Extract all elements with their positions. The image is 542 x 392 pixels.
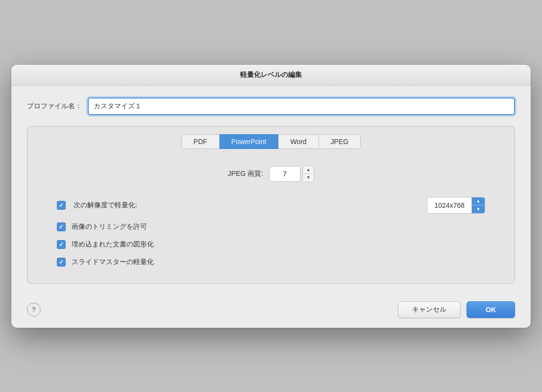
- resolution-decrement[interactable]: ▼: [472, 205, 485, 213]
- trim-checkbox[interactable]: ✓: [57, 222, 66, 231]
- master-row: ✓ スライドマスターの軽量化: [57, 258, 485, 267]
- dialog-body: プロファイル名： PDF PowerPoint Word JPEG JPEG 画…: [11, 86, 531, 294]
- dialog: 軽量化レベルの編集 プロファイル名： PDF PowerPoint Word J…: [11, 65, 531, 328]
- resolution-stepper: ▲ ▼: [471, 197, 485, 213]
- tab-powerpoint[interactable]: PowerPoint: [220, 134, 279, 149]
- tab-pdf[interactable]: PDF: [181, 134, 220, 149]
- profile-row: プロファイル名：: [27, 98, 515, 115]
- tab-container: PDF PowerPoint Word JPEG JPEG 画質: ▲ ▼: [27, 126, 515, 284]
- embed-label: 埋め込まれた文書の図形化: [72, 240, 154, 249]
- resolution-checkbox[interactable]: ✓: [57, 201, 66, 210]
- content-area: JPEG 画質: ▲ ▼ ✓ 次の解: [37, 161, 505, 271]
- jpeg-quality-increment[interactable]: ▲: [303, 166, 314, 174]
- trim-label: 画像のトリミングを許可: [72, 222, 147, 231]
- master-label: スライドマスターの軽量化: [72, 258, 154, 267]
- master-checkmark: ✓: [59, 259, 64, 265]
- resolution-increment[interactable]: ▲: [472, 197, 485, 205]
- trim-checkmark: ✓: [59, 224, 64, 230]
- jpeg-quality-input-group: ▲ ▼: [269, 166, 314, 182]
- tab-jpeg[interactable]: JPEG: [319, 134, 361, 149]
- resolution-select[interactable]: 1024x768 ▲ ▼: [427, 197, 485, 214]
- jpeg-quality-input[interactable]: [269, 166, 300, 182]
- resolution-row: ✓ 次の解像度で軽量化: 1024x768 ▲ ▼: [57, 197, 485, 214]
- footer: ? キャンセル OK: [11, 294, 531, 328]
- jpeg-quality-stepper: ▲ ▼: [302, 166, 314, 182]
- embed-checkmark: ✓: [59, 242, 64, 247]
- cancel-button[interactable]: キャンセル: [398, 301, 461, 318]
- footer-buttons: キャンセル OK: [398, 301, 515, 318]
- dialog-title: 軽量化レベルの編集: [11, 65, 531, 86]
- ok-button[interactable]: OK: [467, 301, 515, 318]
- help-button[interactable]: ?: [27, 303, 41, 317]
- jpeg-quality-decrement[interactable]: ▼: [303, 174, 314, 182]
- profile-input[interactable]: [88, 98, 515, 115]
- jpeg-quality-row: JPEG 画質: ▲ ▼: [52, 166, 490, 182]
- tabs: PDF PowerPoint Word JPEG: [37, 134, 505, 149]
- checkbox-rows: ✓ 次の解像度で軽量化: 1024x768 ▲ ▼: [52, 197, 490, 267]
- resolution-checkmark: ✓: [59, 202, 64, 208]
- embed-row: ✓ 埋め込まれた文書の図形化: [57, 240, 485, 249]
- tab-word[interactable]: Word: [278, 134, 319, 149]
- resolution-label: 次の解像度で軽量化:: [74, 201, 137, 210]
- profile-label: プロファイル名：: [27, 102, 82, 111]
- resolution-value: 1024x768: [427, 199, 471, 212]
- master-checkbox[interactable]: ✓: [57, 258, 66, 267]
- embed-checkbox[interactable]: ✓: [57, 240, 66, 249]
- jpeg-quality-label: JPEG 画質:: [228, 170, 263, 178]
- trim-row: ✓ 画像のトリミングを許可: [57, 222, 485, 231]
